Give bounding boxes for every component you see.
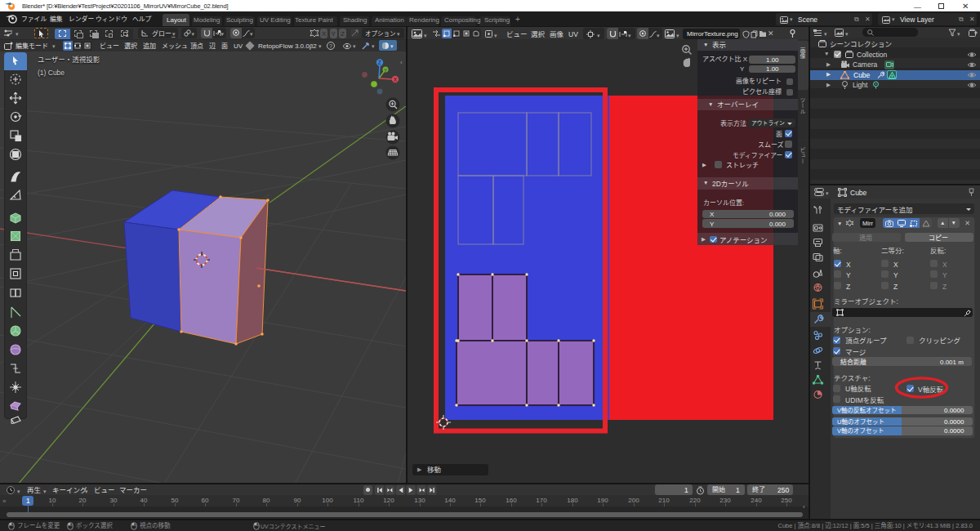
- svg-text:Z: Z: [378, 60, 381, 65]
- svg-text:Y: Y: [384, 68, 387, 73]
- svg-text:?: ?: [329, 43, 332, 49]
- svg-text:X: X: [394, 77, 398, 83]
